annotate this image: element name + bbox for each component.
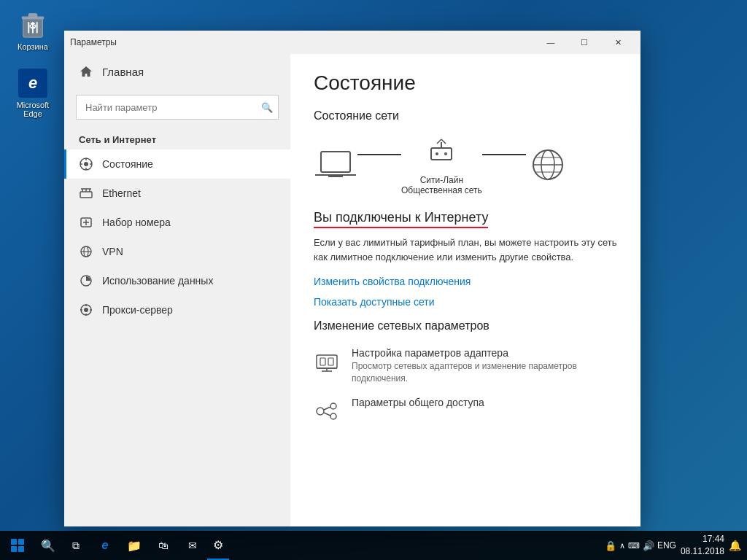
- svg-rect-2: [28, 14, 36, 18]
- adapter-settings-desc: Просмотр сетевых адаптеров и изменение п…: [352, 360, 617, 385]
- task-view-button[interactable]: ⧉: [61, 531, 90, 560]
- window-titlebar: Параметры — ☐ ✕: [64, 31, 640, 54]
- svg-line-54: [324, 407, 330, 410]
- edge-label-line1: Microsoft Edge: [10, 101, 55, 118]
- sidebar-item-data-usage-label: Использование данных: [102, 275, 213, 287]
- sidebar-search-input[interactable]: [76, 95, 279, 120]
- window-body: Главная 🔍 Сеть и Интернет: [64, 54, 640, 526]
- svg-point-36: [444, 152, 447, 155]
- connected-heading: Вы подключены к Интернету: [314, 210, 488, 228]
- dialup-icon: [79, 215, 93, 230]
- router-node: Сити-Лайн Общественная сеть: [401, 134, 482, 195]
- taskbar-system-icons: 🔒 ∧ ⌨ 🔊 ENG: [605, 540, 676, 551]
- svg-rect-31: [321, 152, 350, 172]
- svg-line-55: [324, 413, 330, 416]
- content-area: Состояние Состояние сети: [290, 54, 640, 526]
- taskbar-edge-icon: e: [102, 539, 109, 552]
- sidebar-home-button[interactable]: Главная: [64, 54, 290, 89]
- taskbar-settings-icon: ⚙: [213, 538, 223, 552]
- sidebar-item-dialup[interactable]: Набор номера: [64, 208, 290, 237]
- sidebar-item-vpn-label: VPN: [102, 246, 123, 257]
- sidebar-item-proxy-label: Прокси-сервер: [102, 304, 173, 316]
- change-settings-heading: Изменение сетевых параметров: [314, 319, 617, 332]
- taskbar-search-icon: 🔍: [41, 539, 55, 553]
- taskbar-keyboard-icon[interactable]: ⌨: [628, 541, 640, 551]
- task-view-icon: ⧉: [72, 540, 80, 552]
- connected-description: Если у вас лимитный тарифный план, вы мо…: [314, 236, 617, 264]
- taskbar-date-display: 08.11.2018: [681, 545, 724, 558]
- adapter-settings-item[interactable]: Настройка параметров адаптера Просмотр с…: [314, 341, 617, 391]
- sharing-settings-item[interactable]: Параметры общего доступа: [314, 391, 617, 430]
- taskbar-clock[interactable]: 17:44 08.11.2018: [681, 533, 724, 558]
- link-properties[interactable]: Изменить свойства подключения: [314, 276, 617, 287]
- adapter-settings-content: Настройка параметров адаптера Просмотр с…: [352, 347, 617, 385]
- sidebar-item-data-usage[interactable]: Использование данных: [64, 266, 290, 295]
- data-usage-icon: [79, 273, 93, 288]
- sidebar-item-status[interactable]: Состояние: [64, 149, 290, 179]
- laptop-node: [314, 147, 357, 183]
- sidebar-item-status-label: Состояние: [102, 158, 153, 170]
- svg-point-51: [317, 408, 324, 415]
- page-title: Состояние: [314, 71, 617, 95]
- internet-node: [526, 147, 570, 183]
- link-networks[interactable]: Показать доступные сети: [314, 296, 617, 308]
- taskbar: 🔍 ⧉ e 📁 🛍 ✉ ⚙ 🔒 ∧: [0, 531, 747, 560]
- svg-point-53: [330, 413, 336, 419]
- network-name: Сити-Лайн Общественная сеть: [401, 175, 482, 195]
- taskbar-mail-icon: ✉: [188, 540, 197, 551]
- taskbar-search-button[interactable]: 🔍: [35, 531, 61, 560]
- svg-rect-13: [80, 192, 92, 198]
- svg-rect-45: [317, 355, 337, 368]
- recycle-bin-icon[interactable]: ♻ Корзина: [7, 7, 58, 54]
- laptop-icon: [314, 147, 357, 183]
- taskbar-store-icon: 🛍: [158, 540, 169, 551]
- recycle-bin-label: Корзина: [18, 42, 48, 51]
- svg-point-26: [84, 308, 88, 312]
- sidebar-search-container: 🔍: [76, 95, 279, 120]
- svg-rect-33: [328, 175, 343, 177]
- svg-point-8: [84, 162, 88, 166]
- sidebar-home-label: Главная: [102, 66, 144, 78]
- network-diagram: Сити-Лайн Общественная сеть: [314, 134, 617, 195]
- window-controls: — ☐ ✕: [534, 31, 635, 54]
- status-icon: [79, 157, 93, 171]
- sidebar: Главная 🔍 Сеть и Интернет: [64, 54, 290, 526]
- sidebar-section-title: Сеть и Интернет: [64, 128, 290, 149]
- sidebar-item-ethernet-label: Ethernet: [102, 187, 141, 199]
- taskbar-edge-button[interactable]: e: [90, 531, 120, 560]
- taskbar-network-icon[interactable]: 🔒: [605, 540, 616, 551]
- svg-text:♻: ♻: [28, 20, 37, 31]
- proxy-icon: [79, 303, 93, 317]
- taskbar-arrow-icon[interactable]: ∧: [619, 541, 625, 551]
- sidebar-item-proxy[interactable]: Прокси-сервер: [64, 295, 290, 324]
- windows-logo: [11, 539, 24, 552]
- taskbar-right: 🔒 ∧ ⌨ 🔊 ENG 17:44 08.11.2018 🔔: [605, 533, 747, 558]
- sidebar-item-vpn[interactable]: VPN: [64, 237, 290, 266]
- sharing-settings-title: Параметры общего доступа: [352, 397, 617, 408]
- taskbar-lang-label[interactable]: ENG: [657, 540, 676, 551]
- vpn-icon: [79, 244, 93, 259]
- svg-rect-47: [328, 358, 333, 365]
- close-button[interactable]: ✕: [601, 31, 635, 54]
- globe-icon: [526, 147, 570, 183]
- search-icon: 🔍: [261, 102, 273, 113]
- taskbar-volume-icon[interactable]: 🔊: [643, 540, 654, 551]
- network-status-heading: Состояние сети: [314, 109, 617, 122]
- sidebar-item-ethernet[interactable]: Ethernet: [64, 179, 290, 208]
- home-icon: [79, 64, 93, 79]
- svg-point-35: [436, 152, 438, 155]
- taskbar-store-button[interactable]: 🛍: [149, 531, 178, 560]
- start-button[interactable]: [0, 531, 35, 560]
- svg-point-52: [330, 403, 336, 409]
- settings-window: Параметры — ☐ ✕ Главная: [64, 31, 640, 526]
- taskbar-settings-button[interactable]: ⚙: [207, 531, 229, 560]
- maximize-button[interactable]: ☐: [568, 31, 601, 54]
- minimize-button[interactable]: —: [534, 31, 568, 54]
- taskbar-explorer-button[interactable]: 📁: [120, 531, 149, 560]
- notification-icon[interactable]: 🔔: [729, 540, 741, 551]
- svg-rect-46: [320, 358, 325, 365]
- edge-desktop-icon[interactable]: e Microsoft Edge: [7, 66, 58, 121]
- adapter-icon: [314, 349, 340, 375]
- taskbar-mail-button[interactable]: ✉: [178, 531, 207, 560]
- ethernet-icon: [79, 186, 93, 201]
